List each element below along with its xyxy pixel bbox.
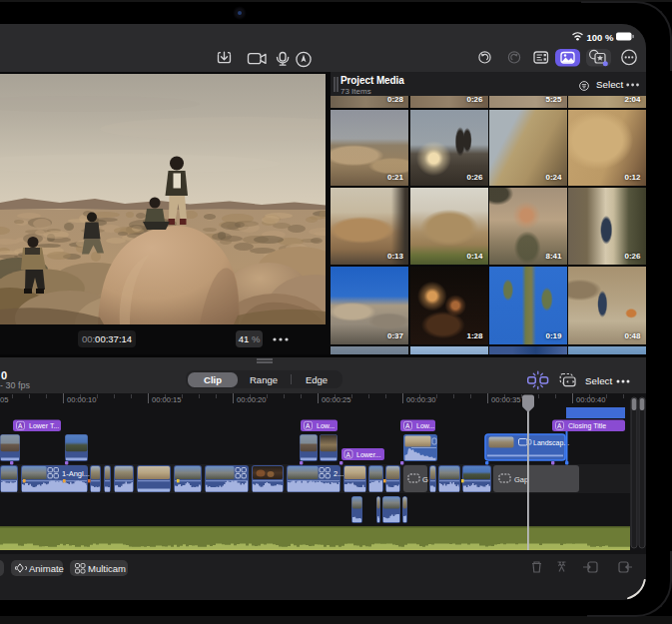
svg-text:100 %: 100 % bbox=[587, 32, 614, 43]
svg-text:00:00:30: 00:00:30 bbox=[406, 395, 436, 404]
svg-text:Lower...: Lower... bbox=[356, 451, 381, 458]
svg-text:00:00:35: 00:00:35 bbox=[491, 395, 521, 404]
svg-text:Low...: Low... bbox=[416, 422, 434, 429]
svg-text:Closing Title: Closing Title bbox=[568, 422, 606, 430]
svg-text:00:00:10: 00:00:10 bbox=[67, 395, 97, 404]
svg-text:G: G bbox=[422, 475, 428, 484]
svg-text:A: A bbox=[345, 451, 350, 458]
svg-text:Landscap...: Landscap... bbox=[533, 439, 569, 447]
svg-text:05: 05 bbox=[0, 395, 8, 404]
svg-text:Gap: Gap bbox=[514, 475, 528, 484]
svg-text:00:00:20: 00:00:20 bbox=[237, 395, 267, 404]
svg-text:A: A bbox=[405, 422, 410, 429]
svg-text:Low...: Low... bbox=[317, 422, 335, 429]
svg-text:A: A bbox=[18, 422, 23, 429]
svg-text:A: A bbox=[557, 422, 562, 429]
svg-text:A: A bbox=[306, 422, 311, 429]
svg-text:00:00:25: 00:00:25 bbox=[322, 395, 351, 404]
svg-text:Lower T...: Lower T... bbox=[29, 422, 59, 429]
svg-text:00:00:40: 00:00:40 bbox=[576, 395, 606, 404]
svg-text:1-Angl...: 1-Angl... bbox=[62, 469, 90, 478]
svg-text:00:00:15: 00:00:15 bbox=[152, 395, 182, 404]
svg-text:2...: 2... bbox=[334, 469, 343, 478]
